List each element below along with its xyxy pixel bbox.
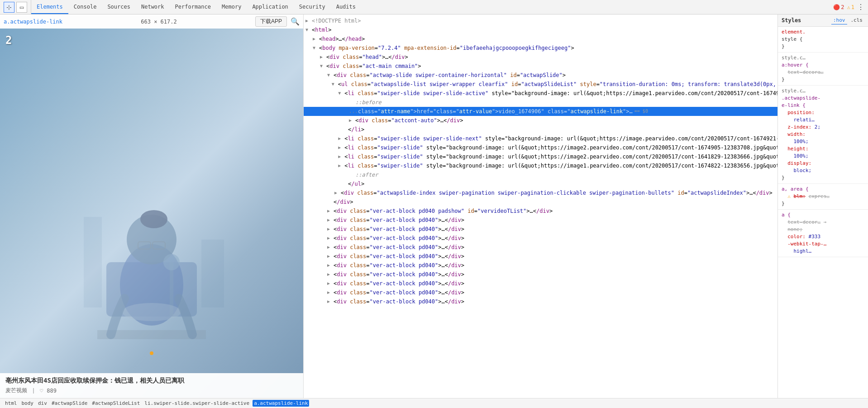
- toolbar-icon-group: ⊹ ▭: [0, 0, 31, 14]
- expand-arrow[interactable]: [327, 261, 334, 269]
- slide-number: 2: [5, 34, 12, 47]
- dom-node[interactable]: <li class="swiper-slide" style="backgrou…: [304, 152, 777, 161]
- expand-arrow[interactable]: [313, 44, 319, 52]
- expand-arrow[interactable]: [332, 80, 338, 88]
- dom-node[interactable]: <li class="swiper-slide" style="backgrou…: [304, 143, 777, 152]
- node-content: <li class="swiper-slide swiper-slide-act…: [344, 89, 777, 97]
- dom-node[interactable]: <div class="ver-act-block pd040">…</div>: [304, 225, 777, 234]
- breadcrumb-item[interactable]: body: [20, 400, 35, 407]
- dom-node[interactable]: <li class="swiper-slide swiper-slide-nex…: [304, 134, 777, 143]
- tab-network[interactable]: Network: [136, 0, 170, 14]
- dom-node[interactable]: <div class="ver-act-block pd040">…</div>: [304, 297, 777, 306]
- dom-node[interactable]: <div class="ver-act-block pd040">…</div>: [304, 234, 777, 243]
- search-button[interactable]: 🔍: [291, 16, 300, 27]
- expand-arrow[interactable]: [327, 207, 334, 215]
- height-value: 100%;: [782, 153, 864, 160]
- element-link[interactable]: a.actwapslide-link: [4, 19, 62, 25]
- expand-arrow[interactable]: [327, 234, 334, 242]
- styles-tab-cls[interactable]: .cls: [849, 16, 865, 24]
- device-toggle-button[interactable]: ▭: [16, 2, 27, 13]
- dom-node[interactable]: <div class="act-main cmmain">: [304, 62, 777, 71]
- expand-arrow[interactable]: [338, 153, 344, 161]
- breadcrumb-item[interactable]: div: [37, 400, 48, 407]
- dom-node[interactable]: <div class="ver-act-block pd040">…</div>: [304, 243, 777, 252]
- expand-arrow[interactable]: [338, 144, 344, 152]
- dom-node[interactable]: </ul>: [304, 179, 777, 188]
- tab-sources[interactable]: Sources: [102, 0, 136, 14]
- dom-node[interactable]: <div class="ver-act-block pd040">…</div>: [304, 216, 777, 225]
- styles-tab-hov[interactable]: :hov: [831, 16, 847, 24]
- expand-arrow[interactable]: [305, 26, 312, 34]
- text-decor-rule2: text-decor… →: [782, 219, 864, 226]
- expand-arrow[interactable]: [338, 89, 344, 97]
- dom-node[interactable]: <div class="head">…</div>: [304, 53, 777, 62]
- node-content: <ul class="actwapslide-list swiper-wrapp…: [338, 80, 777, 88]
- dom-node[interactable]: <div class="actwapslide-index swiper-pag…: [304, 188, 777, 197]
- dom-node[interactable]: <html>: [304, 25, 777, 34]
- tab-console[interactable]: Console: [68, 0, 102, 14]
- breadcrumb-item[interactable]: html: [4, 400, 19, 407]
- dom-node[interactable]: <div class="ver-act-block pd040">…</div>: [304, 261, 777, 270]
- dom-node[interactable]: <body mpa-version="7.2.4" mpa-extension-…: [304, 43, 777, 53]
- dom-node[interactable]: <div class="actcont-auto">…</div>: [304, 116, 777, 125]
- styles-tab-list: :hov .cls: [831, 16, 864, 24]
- tab-audits[interactable]: Audits: [331, 0, 361, 14]
- tab-performance[interactable]: Performance: [170, 0, 216, 14]
- dom-node[interactable]: <ul class="actwapslide-list swiper-wrapp…: [304, 80, 777, 89]
- breadcrumb-item[interactable]: #actwapSlide: [50, 400, 89, 407]
- dom-node[interactable]: ::before: [304, 98, 777, 107]
- expand-arrow[interactable]: [327, 298, 334, 306]
- slide-dot-indicator: [150, 351, 153, 355]
- dom-node[interactable]: <li class="swiper-slide" style="backgrou…: [304, 161, 777, 170]
- dom-node[interactable]: <head>…</head>: [304, 34, 777, 43]
- dom-node[interactable]: <div class="ver-act-block pd040">…</div>: [304, 252, 777, 261]
- dom-node[interactable]: </li>: [304, 125, 777, 134]
- expand-arrow[interactable]: [327, 252, 334, 260]
- dom-node[interactable]: <div class="ver-act-block pd040">…</div>: [304, 270, 777, 279]
- dom-node[interactable]: <div class="ver-act-block pd040">…</div>: [304, 288, 777, 297]
- a-hover-selector: a:hover {: [782, 62, 864, 69]
- breadcrumb-item[interactable]: #actwapSlideList: [91, 400, 141, 407]
- expand-arrow[interactable]: [327, 288, 334, 297]
- expand-arrow[interactable]: [338, 134, 344, 143]
- dom-node[interactable]: <!DOCTYPE html>: [304, 16, 777, 25]
- expand-arrow[interactable]: [334, 189, 341, 197]
- expand-arrow[interactable]: [327, 225, 334, 233]
- expand-arrow[interactable]: [320, 62, 326, 70]
- breadcrumb-item[interactable]: li.swiper-slide.swiper-slide-active: [143, 400, 251, 407]
- expand-arrow[interactable]: [327, 216, 334, 224]
- expand-arrow[interactable]: [313, 35, 319, 43]
- expand-arrow[interactable]: [305, 17, 312, 25]
- expand-arrow[interactable]: [327, 243, 334, 251]
- download-app-button[interactable]: 下载APP: [255, 16, 287, 27]
- dom-node[interactable]: <li class="swiper-slide swiper-slide-act…: [304, 89, 777, 98]
- tab-security[interactable]: Security: [294, 0, 331, 14]
- caption-meta: 麦芒视频 ｜ ♡ 889: [5, 387, 298, 394]
- expand-arrow[interactable]: [327, 270, 334, 278]
- node-dots: ...: [349, 107, 358, 115]
- breadcrumb-item[interactable]: a.actwapslide-link: [253, 400, 309, 407]
- tab-elements[interactable]: Elements: [31, 0, 68, 14]
- webkit-value: highl…: [782, 248, 864, 255]
- inspect-element-button[interactable]: ⊹: [4, 2, 14, 13]
- dom-node[interactable]: <div class="actwap-slide swiper-containe…: [304, 71, 777, 80]
- dom-node[interactable]: <div class="ver-act-block pd040">…</div>: [304, 279, 777, 288]
- tab-memory[interactable]: Memory: [216, 0, 247, 14]
- expand-arrow[interactable]: [349, 116, 355, 125]
- expand-arrow[interactable]: [327, 279, 334, 288]
- style-hover-section: style.c… a:hover { text-decora… }: [778, 53, 868, 86]
- tab-application[interactable]: Application: [247, 0, 293, 14]
- dom-node[interactable]: ::after: [304, 170, 777, 179]
- expand-arrow[interactable]: [320, 53, 326, 61]
- expand-arrow[interactable]: [327, 71, 334, 79]
- elements-panel: <!DOCTYPE html><html> <head>…</head> <bo…: [303, 14, 868, 398]
- node-content: <div class="actcont-auto">…</div>: [355, 116, 463, 125]
- dom-node[interactable]: <div class="ver-act-block pd040 padshow"…: [304, 206, 777, 216]
- blm-warning: ⚠ blm: expres…: [782, 193, 864, 200]
- expand-arrow[interactable]: [338, 162, 344, 170]
- height-rule: height:: [782, 145, 864, 153]
- z-index-rule: z-index: 2;: [782, 124, 864, 131]
- more-menu-button[interactable]: ⋮: [857, 3, 864, 11]
- dom-node[interactable]: ...class="attr-name">href="class="attr-v…: [304, 107, 777, 116]
- dom-node[interactable]: </div>: [304, 197, 777, 206]
